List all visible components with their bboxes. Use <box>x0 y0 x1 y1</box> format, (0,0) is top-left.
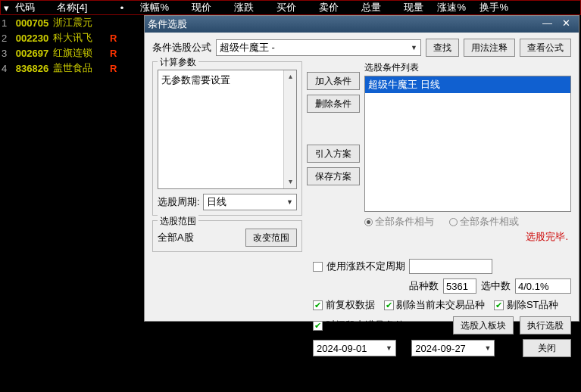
range-scope: 全部A股 <box>158 231 194 244</box>
col-ask[interactable]: 卖价 <box>299 1 342 14</box>
formula-label: 条件选股公式 <box>152 41 211 54</box>
exclude-notrade-checkbox[interactable]: ✔ 剔除当前未交易品种 <box>384 298 486 312</box>
variable-period-label: 使用涨跌不定周期 <box>326 260 405 273</box>
params-legend: 计算参数 <box>158 56 198 69</box>
col-code[interactable]: 代码 <box>12 1 54 14</box>
col-vol[interactable]: 总量 <box>342 1 384 14</box>
row-index: 3 <box>0 48 11 59</box>
row-code: 836826 <box>11 63 53 74</box>
add-condition-button[interactable]: 加入条件 <box>307 72 360 90</box>
row-code: 002230 <box>11 33 53 44</box>
col-price[interactable]: 现价 <box>172 1 214 14</box>
params-box: 无参数需要设置 ▴ ▾ <box>158 70 297 189</box>
dropdown-icon: ▼ <box>386 344 392 352</box>
row-name: 浙江震元 <box>53 16 110 30</box>
row-name: 盖世食品 <box>53 61 110 75</box>
row-r-flag: R <box>110 63 121 74</box>
condition-list[interactable]: 超级牛魔王 日线 <box>364 76 571 212</box>
view-formula-button[interactable]: 查看公式 <box>520 39 571 57</box>
selected-count-label: 选中数 <box>481 279 511 293</box>
run-selection-button[interactable]: 执行选股 <box>520 316 571 334</box>
scroll-up-icon[interactable]: ▴ <box>284 70 296 83</box>
row-index: 2 <box>0 33 11 44</box>
col-speed[interactable]: 涨速% <box>426 1 469 14</box>
range-legend: 选股范围 <box>158 215 198 228</box>
selected-count-value: 4/0.1% <box>515 278 571 294</box>
kind-count-label: 品种数 <box>409 279 439 293</box>
dropdown-icon: ▼ <box>411 44 417 51</box>
period-label: 选股周期: <box>158 195 200 209</box>
row-r-flag: R <box>110 33 121 44</box>
close-button[interactable]: 关闭 <box>523 339 571 357</box>
row-index: 4 <box>0 63 11 74</box>
date-from-input[interactable]: 2024-09-01▼ <box>313 340 396 356</box>
selection-done-label: 选股完毕. <box>364 230 571 244</box>
usage-button[interactable]: 用法注释 <box>464 39 515 57</box>
to-block-button[interactable]: 选股入板块 <box>453 316 514 334</box>
row-name: 红旗连锁 <box>53 46 110 60</box>
save-plan-button[interactable]: 保存方案 <box>307 167 360 185</box>
variable-period-input[interactable] <box>409 259 492 274</box>
row-code: 002697 <box>11 48 53 59</box>
dialog-title: 条件选股 <box>148 17 538 31</box>
period-value: 日线 <box>207 195 226 209</box>
change-range-button[interactable]: 改变范围 <box>245 229 297 247</box>
col-bid[interactable]: 买价 <box>257 1 299 14</box>
dropdown-icon: ▼ <box>286 198 293 206</box>
condition-select-dialog: 条件选股 ― ✕ 条件选股公式 超级牛魔王 - ▼ 查找 用法注释 查看公式 计… <box>144 15 579 322</box>
dialog-body: 条件选股公式 超级牛魔王 - ▼ 查找 用法注释 查看公式 计算参数 无参数需要… <box>145 33 579 366</box>
formula-value: 超级牛魔王 - <box>220 41 275 54</box>
range-fieldset: 选股范围 全部A股 改变范围 <box>152 220 302 252</box>
delete-condition-button[interactable]: 删除条件 <box>307 95 360 113</box>
time-cond-checkbox[interactable]: ✔ 时间段内满足条件 <box>313 319 405 332</box>
logic-or-radio[interactable]: 全部条件相或 <box>449 215 519 229</box>
col-now[interactable]: 现量 <box>384 1 426 14</box>
col-turn[interactable]: 换手% <box>469 1 511 14</box>
condition-item[interactable]: 超级牛魔王 日线 <box>365 76 570 93</box>
col-pct[interactable]: 涨幅% <box>130 1 172 14</box>
fq-checkbox[interactable]: ✔ 前复权数据 <box>313 298 375 312</box>
dialog-titlebar[interactable]: 条件选股 ― ✕ <box>145 16 579 33</box>
logic-and-radio[interactable]: 全部条件相与 <box>364 215 434 229</box>
col-bullet: • <box>114 2 130 14</box>
params-fieldset: 计算参数 无参数需要设置 ▴ ▾ 选股周期: 日线 ▼ <box>152 61 302 216</box>
params-empty-text: 无参数需要设置 <box>161 74 230 86</box>
row-name: 科大讯飞 <box>53 31 110 45</box>
col-chg[interactable]: 涨跌 <box>214 1 257 14</box>
condition-list-label: 选股条件列表 <box>364 61 571 74</box>
variable-period-checkbox[interactable] <box>313 262 323 272</box>
minimize-icon[interactable]: ― <box>538 18 557 30</box>
find-button[interactable]: 查找 <box>426 39 459 57</box>
row-r-flag: R <box>110 48 121 59</box>
table-header: ▾ 代码 名称[4] • 涨幅% 现价 涨跌 买价 卖价 总量 现量 涨速% 换… <box>0 0 581 15</box>
sort-chevron-icon[interactable]: ▾ <box>1 2 12 14</box>
date-to-input[interactable]: 2024-09-27▼ <box>411 340 495 356</box>
scrollbar[interactable]: ▴ ▾ <box>283 70 296 188</box>
exclude-st-checkbox[interactable]: ✔ 剔除ST品种 <box>494 298 558 312</box>
date-sep: - <box>402 343 405 354</box>
col-name[interactable]: 名称[4] <box>54 1 114 14</box>
import-plan-button[interactable]: 引入方案 <box>307 145 360 163</box>
scroll-down-icon[interactable]: ▾ <box>284 176 296 188</box>
formula-select[interactable]: 超级牛魔王 - ▼ <box>216 39 421 56</box>
dropdown-icon: ▼ <box>484 344 491 352</box>
period-select[interactable]: 日线 ▼ <box>203 194 297 210</box>
row-index: 1 <box>0 17 11 29</box>
close-icon[interactable]: ✕ <box>557 18 576 30</box>
kind-count-value: 5361 <box>443 278 476 294</box>
row-code: 000705 <box>11 17 53 29</box>
